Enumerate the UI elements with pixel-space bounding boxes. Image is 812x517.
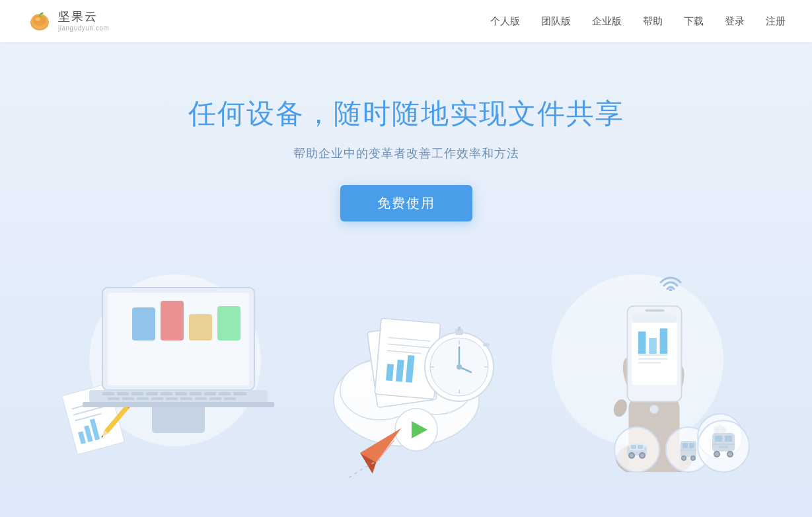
svg-rect-24 — [117, 392, 129, 395]
svg-rect-40 — [209, 397, 221, 400]
svg-rect-37 — [166, 397, 178, 400]
svg-rect-87 — [645, 309, 664, 312]
svg-rect-27 — [161, 392, 172, 395]
nav-personal[interactable]: 个人版 — [490, 15, 520, 28]
svg-rect-124 — [719, 446, 728, 448]
svg-rect-104 — [683, 443, 688, 448]
svg-rect-36 — [151, 397, 163, 400]
illustrations — [0, 261, 812, 486]
svg-rect-89 — [638, 331, 646, 354]
svg-rect-32 — [233, 392, 246, 395]
svg-rect-21 — [217, 306, 240, 340]
svg-rect-33 — [108, 397, 120, 400]
cta-button[interactable]: 免费使用 — [340, 185, 472, 221]
nav-download[interactable]: 下载 — [684, 15, 704, 28]
car-icon — [614, 426, 660, 473]
transport-icons — [611, 426, 743, 473]
svg-point-3 — [35, 17, 40, 21]
svg-point-2 — [33, 15, 46, 26]
nav-enterprise[interactable]: 企业版 — [592, 15, 622, 28]
svg-rect-31 — [219, 392, 231, 395]
svg-rect-94 — [638, 362, 661, 364]
center-svg — [294, 274, 519, 486]
nav-help[interactable]: 帮助 — [643, 15, 663, 28]
svg-rect-34 — [122, 397, 134, 400]
logo-sub: jiangudyun.com — [58, 24, 109, 32]
svg-rect-122 — [725, 436, 732, 442]
svg-point-102 — [640, 454, 644, 457]
hero-title: 任何设备，随时随地实现文件共享 — [188, 95, 624, 132]
svg-rect-97 — [631, 445, 636, 449]
laptop-svg — [83, 281, 274, 440]
svg-rect-93 — [638, 358, 667, 360]
svg-rect-43 — [83, 402, 274, 407]
svg-rect-26 — [146, 392, 158, 395]
svg-rect-38 — [180, 397, 192, 400]
svg-rect-25 — [131, 392, 143, 395]
svg-rect-105 — [689, 443, 694, 448]
nav-links: 个人版 团队版 企业版 帮助 下载 登录 注册 — [490, 15, 786, 28]
svg-rect-39 — [195, 397, 207, 400]
svg-point-88 — [649, 405, 658, 413]
svg-point-100 — [630, 454, 634, 457]
logo-name: 坚果云 — [58, 10, 109, 24]
svg-rect-86 — [632, 315, 677, 323]
svg-rect-91 — [659, 329, 667, 354]
nav-team[interactable]: 团队版 — [541, 15, 571, 28]
svg-rect-29 — [190, 392, 202, 395]
svg-rect-121 — [715, 436, 722, 442]
logo-icon — [26, 8, 53, 34]
svg-rect-62 — [458, 327, 461, 331]
svg-point-110 — [691, 456, 694, 459]
svg-rect-28 — [175, 392, 187, 395]
svg-point-126 — [715, 452, 719, 456]
svg-rect-41 — [224, 397, 236, 400]
svg-point-83 — [611, 397, 629, 418]
svg-rect-22 — [89, 390, 268, 402]
svg-rect-30 — [204, 392, 216, 395]
logo[interactable]: 坚果云 jiangudyun.com — [26, 8, 109, 34]
nav-login[interactable]: 登录 — [725, 15, 745, 28]
svg-rect-23 — [102, 392, 114, 395]
svg-rect-35 — [137, 397, 149, 400]
hero-subtitle: 帮助企业中的变革者改善工作效率和方法 — [293, 145, 519, 161]
svg-point-128 — [728, 452, 732, 456]
bus2-icon — [697, 420, 750, 473]
svg-rect-18 — [132, 307, 155, 340]
svg-point-108 — [682, 456, 685, 459]
center-illustration — [287, 261, 525, 486]
svg-rect-19 — [161, 301, 184, 340]
laptop-illustration — [63, 261, 287, 486]
svg-rect-98 — [638, 445, 643, 449]
logo-text: 坚果云 jiangudyun.com — [58, 10, 109, 32]
navbar: 坚果云 jiangudyun.com 个人版 团队版 企业版 帮助 下载 登录 … — [0, 0, 812, 42]
svg-rect-42 — [152, 403, 205, 433]
svg-rect-20 — [189, 314, 212, 340]
svg-point-66 — [457, 364, 462, 370]
phone-illustration — [525, 261, 750, 486]
svg-rect-90 — [649, 338, 657, 354]
svg-rect-63 — [483, 343, 490, 346]
svg-rect-92 — [638, 354, 667, 356]
nav-register[interactable]: 注册 — [766, 15, 786, 28]
hero-section: 任何设备，随时随地实现文件共享 帮助企业中的变革者改善工作效率和方法 免费使用 — [0, 42, 812, 517]
